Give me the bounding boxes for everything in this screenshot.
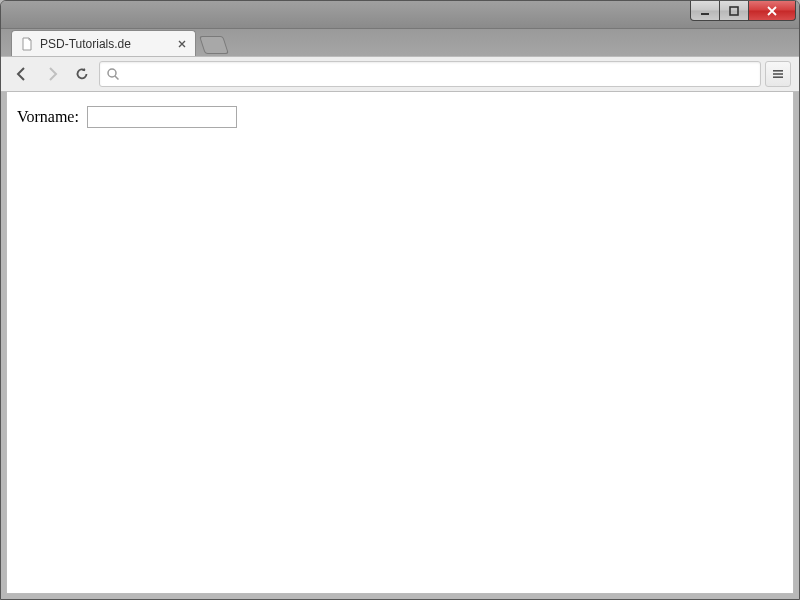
minimize-icon xyxy=(699,5,711,17)
reload-button[interactable] xyxy=(69,61,95,87)
svg-rect-0 xyxy=(701,13,709,15)
page-favicon-icon xyxy=(20,37,34,51)
browser-tab[interactable]: PSD-Tutorials.de xyxy=(11,30,196,56)
svg-rect-4 xyxy=(773,70,783,72)
page-viewport: Vorname: xyxy=(6,92,794,594)
tabstrip: PSD-Tutorials.de xyxy=(1,28,799,56)
firstname-input[interactable] xyxy=(87,106,237,128)
tab-title: PSD-Tutorials.de xyxy=(40,37,171,51)
back-button[interactable] xyxy=(9,61,35,87)
reload-icon xyxy=(74,66,90,82)
close-icon xyxy=(766,5,778,17)
search-icon xyxy=(106,67,120,81)
forward-button[interactable] xyxy=(39,61,65,87)
maximize-icon xyxy=(728,5,740,17)
window-controls xyxy=(691,1,796,21)
address-bar[interactable] xyxy=(99,61,761,87)
new-tab-button[interactable] xyxy=(199,36,229,54)
firstname-label: Vorname: xyxy=(17,108,79,125)
svg-point-2 xyxy=(108,69,116,77)
arrow-right-icon xyxy=(43,65,61,83)
svg-rect-5 xyxy=(773,73,783,75)
menu-icon xyxy=(771,67,785,81)
menu-button[interactable] xyxy=(765,61,791,87)
browser-window: PSD-Tutorials.de xyxy=(0,0,800,600)
window-titlebar xyxy=(1,1,799,29)
minimize-button[interactable] xyxy=(690,1,720,21)
page-body: Vorname: xyxy=(7,92,793,593)
tab-close-button[interactable] xyxy=(177,39,187,49)
svg-rect-1 xyxy=(730,7,738,15)
maximize-button[interactable] xyxy=(719,1,749,21)
svg-line-3 xyxy=(115,76,119,80)
close-window-button[interactable] xyxy=(748,1,796,21)
close-icon xyxy=(178,40,186,48)
browser-chrome: PSD-Tutorials.de xyxy=(1,29,799,92)
arrow-left-icon xyxy=(13,65,31,83)
browser-toolbar xyxy=(1,56,799,92)
svg-rect-6 xyxy=(773,76,783,78)
address-input[interactable] xyxy=(126,67,754,82)
